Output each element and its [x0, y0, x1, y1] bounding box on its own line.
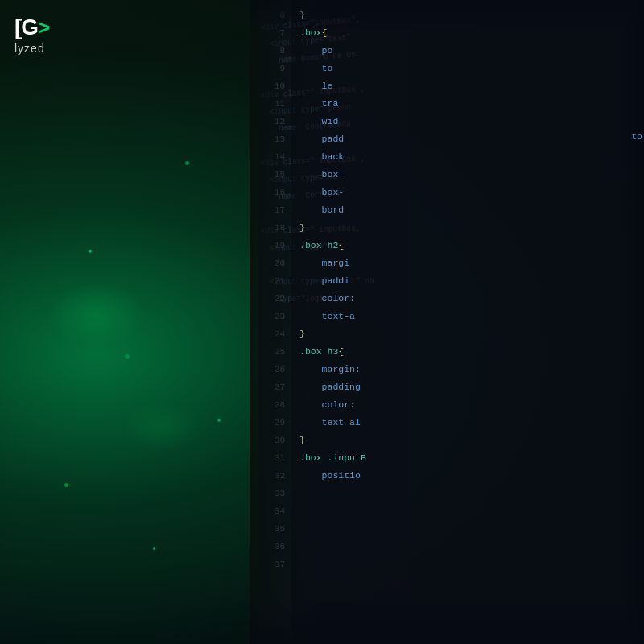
code-line-9: to	[299, 60, 638, 77]
dot-1	[185, 161, 189, 165]
code-line-32: positio	[299, 467, 638, 485]
css-panel: 6 7 8 9 10 11 12 13 14 15 16 17 18 19 20…	[258, 0, 644, 644]
code-line-18: }	[299, 219, 638, 237]
code-content: } .box{ po to le tra	[291, 0, 644, 644]
code-line-27: padding	[299, 378, 638, 396]
code-line-14: back	[299, 148, 638, 166]
depth-fade-left	[250, 0, 314, 644]
code-line-15: box-	[299, 166, 638, 184]
code-line-13: padd	[299, 130, 638, 148]
code-line-19: .box h2{	[299, 237, 638, 254]
code-line-31: .box .inputB	[299, 449, 638, 467]
code-line-28: color:	[299, 396, 638, 414]
bottom-fade	[250, 596, 644, 644]
dot-6	[153, 547, 155, 550]
logo-arrow: >	[38, 15, 49, 40]
to-label: to	[631, 131, 644, 142]
code-line-20: margi	[299, 254, 638, 272]
glow-1	[48, 282, 145, 346]
glow-2	[121, 402, 201, 451]
logo-area: [ G > lyzed	[14, 14, 49, 55]
logo-bracket: [	[14, 14, 21, 40]
code-line-12: wid	[299, 113, 638, 130]
dot-3	[125, 354, 130, 359]
dot-2	[89, 250, 92, 253]
dot-5	[64, 483, 68, 487]
top-fade	[250, 0, 644, 32]
code-line-11: tra	[299, 95, 638, 113]
logo-subtitle: lyzed	[14, 42, 49, 55]
code-line-10: le	[299, 77, 638, 95]
code-line-17: bord	[299, 201, 638, 219]
background: <div class="inputBox", <input type="text…	[0, 0, 644, 644]
code-line-21: paddi	[299, 272, 638, 290]
code-line-16: box-	[299, 184, 638, 201]
logo-text: [ G >	[14, 14, 49, 40]
code-line-30: }	[299, 431, 638, 449]
code-line-26: margin:	[299, 361, 638, 378]
code-line-8: po	[299, 42, 638, 60]
code-line-25: .box h3{	[299, 343, 638, 361]
code-line-23: text-a	[299, 308, 638, 325]
code-line-22: color:	[299, 290, 638, 308]
dot-4	[217, 419, 221, 422]
code-line-29: text-al	[299, 414, 638, 431]
code-line-24: }	[299, 325, 638, 343]
logo-g: G	[21, 14, 38, 40]
depth-fade-right	[620, 0, 644, 644]
